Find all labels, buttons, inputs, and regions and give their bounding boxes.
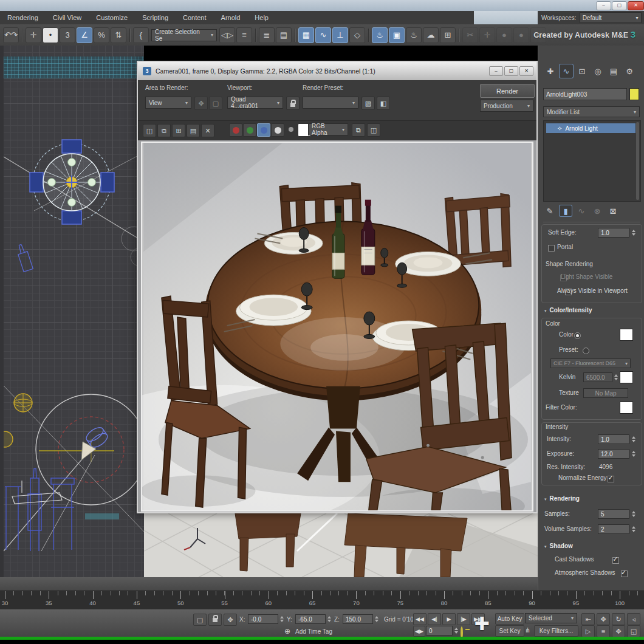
selection-region-icon[interactable]: ▢ <box>193 614 207 626</box>
z-coordinate-field[interactable]: 150.0 <box>343 614 373 624</box>
workspace-dropdown[interactable]: Default▾ <box>580 12 642 23</box>
save-image-icon[interactable]: ◫ <box>143 124 156 137</box>
window-titlebar[interactable] <box>0 0 644 11</box>
cut-icon[interactable]: ✂ <box>462 27 478 43</box>
play-selected-icon[interactable]: ▷ <box>581 625 595 637</box>
walkthrough-icon[interactable]: ✥ <box>612 625 625 637</box>
rfw-close-button[interactable]: ✕ <box>519 66 533 76</box>
frame-step-toggle[interactable]: ◀▶ <box>413 626 425 637</box>
clone-window-icon[interactable]: ⊞ <box>172 124 185 137</box>
make-unique-icon[interactable]: ∿ <box>575 205 588 217</box>
mirror-icon[interactable]: ◁▷ <box>219 27 235 43</box>
create-selection-set-dropdown[interactable]: Create Selection Se <box>151 29 217 41</box>
move-icon[interactable]: ✛ <box>479 27 495 43</box>
placeholder-icon[interactable]: ● <box>496 27 512 43</box>
kelvin-spinner[interactable] <box>613 373 618 382</box>
goto-start-button[interactable]: ◀◀ <box>413 613 426 625</box>
walkthrough-figure-icon[interactable]: ⋔ <box>525 626 530 634</box>
rendered-frame-window[interactable]: 3 Camera001, frame 0, Display Gamma: 2.2… <box>137 61 538 513</box>
portal-checkbox[interactable] <box>548 245 555 252</box>
unlink-selection-icon[interactable]: • <box>43 27 58 43</box>
named-selection-sets-icon[interactable]: { <box>133 27 149 43</box>
configure-modifier-sets-icon[interactable]: ⊠ <box>606 205 620 217</box>
print-image-icon[interactable]: ▤ <box>187 124 200 137</box>
rfw-titlebar[interactable]: 3 Camera001, frame 0, Display Gamma: 2.2… <box>138 62 536 80</box>
alpha-channel-toggle[interactable] <box>285 123 297 135</box>
render-mode-dropdown[interactable]: Production <box>480 100 533 112</box>
texture-map-button[interactable]: No Map <box>583 388 628 398</box>
menu-arnold[interactable]: Arnold <box>214 14 248 21</box>
z-spinner[interactable] <box>374 615 379 623</box>
auto-region-icon[interactable]: ▢ <box>209 97 222 110</box>
selection-set-dropdown[interactable]: Selected <box>525 613 577 623</box>
rendered-frame-icon[interactable]: ▣ <box>389 27 405 43</box>
align-icon[interactable]: ≡ <box>236 27 252 43</box>
pan-hand-icon[interactable]: ✥ <box>597 613 610 625</box>
viewport-perspective-strip[interactable] <box>144 513 538 577</box>
display-tab[interactable]: ▤ <box>606 64 621 78</box>
spinner-snap-icon[interactable]: ⇅ <box>111 27 126 43</box>
edit-region-icon[interactable]: ✥ <box>194 97 208 110</box>
gamma-icon[interactable]: ◧ <box>377 97 390 110</box>
timeline-ruler[interactable]: 3035404550556065707580859095100 <box>0 591 644 610</box>
color-intensity-rollout[interactable]: Color/Intensity <box>544 307 592 313</box>
render-setup-icon[interactable]: ♨ <box>372 27 388 43</box>
menu-content[interactable]: Content <box>176 14 214 21</box>
modifier-stack[interactable]: ✧ Arnold Light <box>543 120 641 202</box>
key-filters-button[interactable]: Key Filters... <box>534 625 578 637</box>
filter-color-swatch[interactable] <box>620 402 633 414</box>
blue-channel-toggle[interactable] <box>257 123 270 137</box>
intensity-field[interactable]: 1.0 <box>598 434 629 444</box>
motion-tab[interactable]: ◎ <box>591 64 605 78</box>
rfw-maximize-button[interactable]: ▢ <box>504 66 518 76</box>
render-button[interactable]: Render <box>480 84 535 98</box>
kelvin-swatch[interactable] <box>620 371 633 383</box>
menu-customize[interactable]: Customize <box>89 14 135 21</box>
render-cloud-icon[interactable]: ☁ <box>423 27 439 43</box>
play-button[interactable]: ▶ <box>442 613 456 625</box>
curve-editor-icon[interactable]: ∿ <box>315 27 331 43</box>
mono-channel-toggle[interactable] <box>271 123 284 137</box>
clear-image-icon[interactable]: ✕ <box>201 124 214 137</box>
viewport-dropdown[interactable]: Quad 4...era001 <box>227 97 283 109</box>
window-close-button[interactable]: ✕ <box>628 1 644 10</box>
copy-image-icon[interactable]: ⧉ <box>157 124 171 137</box>
select-and-link-icon[interactable]: ✛ <box>26 27 41 43</box>
placeholder-icon[interactable]: ● <box>513 27 529 43</box>
utilities-tab[interactable]: ⚙ <box>622 64 637 78</box>
undo-redo-icon[interactable]: ↶↷ <box>3 27 19 43</box>
x-spinner[interactable] <box>279 615 284 623</box>
percent-snap-icon[interactable]: % <box>94 27 109 43</box>
menu-civil-view[interactable]: Civil View <box>46 14 89 21</box>
angle-snap-icon[interactable]: ∠ <box>77 27 92 43</box>
next-frame-button[interactable]: |▶ <box>457 613 470 625</box>
environment-icon[interactable]: ▧ <box>361 97 375 110</box>
cast-shadows-checkbox[interactable] <box>612 557 619 564</box>
transform-gizmo-icon[interactable]: ✥ <box>224 614 237 626</box>
atmospheric-shadows-checkbox[interactable] <box>621 570 628 577</box>
x-coordinate-field[interactable]: -0.0 <box>248 614 278 624</box>
exposure-spinner[interactable] <box>631 450 636 458</box>
normalize-energy-checkbox[interactable] <box>608 476 614 482</box>
rendering-rollout[interactable]: Rendering <box>544 495 580 502</box>
create-tab[interactable]: ✚ <box>543 64 558 78</box>
ribbon-toggle-icon[interactable]: ▦ <box>298 27 314 43</box>
trackbar-icon[interactable]: ≡ <box>597 625 610 637</box>
preset-dropdown[interactable]: CIE F7 - Fluorescent D65 <box>550 358 631 368</box>
prev-frame-button[interactable]: ◀| <box>428 613 441 625</box>
modify-tab[interactable]: ∿ <box>559 64 574 78</box>
scene-explorer-icon[interactable]: ≣ <box>259 27 275 43</box>
intensity-spinner[interactable] <box>631 435 636 444</box>
object-color-swatch[interactable] <box>629 88 639 100</box>
viewport-lock-icon[interactable] <box>286 97 300 110</box>
current-frame-field[interactable]: 0 <box>426 626 453 635</box>
object-name-field[interactable]: ArnoldLight003 <box>543 88 627 100</box>
rfw-minimize-button[interactable]: – <box>489 66 503 76</box>
menu-rendering[interactable]: Rendering <box>0 14 46 21</box>
color-swatch[interactable] <box>620 329 633 341</box>
schematic-view-icon[interactable]: ◇ <box>349 27 365 43</box>
shadow-rollout[interactable]: Shadow <box>544 543 573 549</box>
volume-samples-spinner[interactable] <box>631 525 636 533</box>
clone-rfw-icon[interactable]: ⧉ <box>352 123 365 137</box>
mute-icon[interactable]: ◃ <box>627 613 640 625</box>
